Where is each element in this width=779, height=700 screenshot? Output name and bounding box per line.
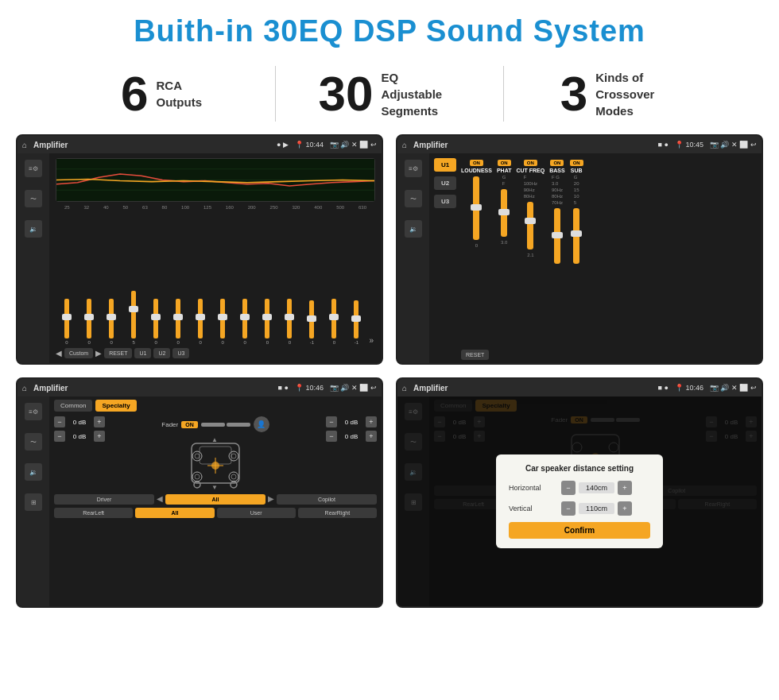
screen3-topbar: ⌂ Amplifier ■ ● 📍 10:46 📷 🔊 ✕ ⬜ ↩ (17, 379, 382, 396)
screen-fader-dialog: ⌂ Amplifier ■ ● 📍 10:46 📷 🔊 ✕ ⬜ ↩ ≡⚙ 〜 🔉… (396, 377, 763, 608)
wave3-icon[interactable]: 〜 (25, 433, 42, 451)
common-tab[interactable]: Common (54, 400, 92, 412)
screen-eq: ⌂ Amplifier ● ▶ 📍 10:44 📷 🔊 ✕ ⬜ ↩ ≡⚙ 〜 🔉 (16, 134, 383, 365)
cutfreq-on[interactable]: ON (524, 160, 537, 166)
db-val-r0: 0 dB (340, 419, 362, 426)
db-val-0: 0 dB (68, 419, 91, 426)
stat-rca-text: RCAOutputs (156, 77, 202, 110)
fader-on-toggle[interactable]: ON (181, 421, 198, 428)
home2-icon[interactable]: ⌂ (402, 141, 407, 149)
db-plus-1[interactable]: + (94, 431, 105, 442)
all2-btn[interactable]: All (135, 508, 214, 518)
stat-eq-text: EQ AdjustableSegments (381, 69, 460, 119)
screen1-title: Amplifier (33, 141, 270, 149)
home-icon[interactable]: ⌂ (22, 141, 27, 149)
preset-u3-btn[interactable]: U3 (434, 195, 456, 208)
eq-reset-btn[interactable]: RESET (104, 348, 132, 358)
eq-slider-8: 0 (235, 212, 254, 345)
db-minus-r0[interactable]: − (326, 416, 337, 427)
db-minus-1[interactable]: − (54, 431, 65, 442)
svg-point-10 (229, 451, 238, 461)
eq-slider-4: 0 (146, 212, 165, 345)
right-db-controls: − 0 dB + − 0 dB + (326, 416, 377, 442)
bass-vals: F G 3.0 90Hz 80Hz 70Hz (552, 175, 563, 205)
wave2-icon[interactable]: 〜 (405, 190, 422, 207)
copilot-btn[interactable]: Copilot (277, 494, 377, 505)
eq-u2-btn[interactable]: U2 (153, 348, 170, 358)
phat-on[interactable]: ON (498, 160, 511, 166)
db-plus-r0[interactable]: + (366, 416, 377, 427)
driver-btn[interactable]: Driver (54, 494, 154, 505)
sub-on[interactable]: ON (570, 160, 583, 166)
eq-slider-13: -1 (347, 212, 366, 345)
confirm-button[interactable]: Confirm (509, 522, 650, 539)
horizontal-plus-btn[interactable]: + (618, 481, 632, 495)
fader-label: Fader (161, 421, 178, 428)
user-btn[interactable]: User (217, 508, 296, 518)
speaker-icon[interactable]: 🔉 (25, 220, 42, 238)
screen4-title: Amplifier (413, 384, 652, 393)
preset-u1-btn[interactable]: U1 (434, 158, 456, 172)
eq-custom-btn[interactable]: Custom (64, 348, 93, 358)
sub-label: SUB (571, 168, 583, 173)
eq-prev-icon[interactable]: ◀ (56, 349, 62, 358)
eq-u3-btn[interactable]: U3 (172, 348, 189, 358)
loudness-on[interactable]: ON (470, 160, 483, 166)
fader-bottom-buttons: Driver ◀ All ▶ Copilot (54, 494, 377, 505)
db-val-1: 0 dB (68, 433, 91, 440)
db-plus-r1[interactable]: + (366, 431, 377, 442)
eq-slider-11: -1 (302, 212, 321, 345)
speaker2-icon[interactable]: 🔉 (405, 220, 422, 238)
db-minus-0[interactable]: − (54, 416, 65, 427)
bass-on[interactable]: ON (550, 160, 564, 166)
rearleft-btn[interactable]: RearLeft (54, 508, 133, 518)
speaker3-icon[interactable]: 🔉 (25, 463, 42, 481)
wave-icon[interactable]: 〜 (25, 190, 42, 207)
cutfreq-label: CUT FREQ (516, 168, 545, 173)
sub-vals: G 20 15 10 5 (574, 175, 579, 205)
expand-icon[interactable]: » (369, 336, 374, 345)
eq-icon[interactable]: ≡⚙ (25, 160, 42, 177)
fader-main-area: Common Specialty − 0 dB + − 0 dB (49, 396, 382, 606)
eq3-icon[interactable]: ≡⚙ (25, 403, 42, 420)
svg-point-7 (231, 481, 237, 488)
vertical-value: 110cm (579, 503, 614, 514)
db-val-r1: 0 dB (340, 433, 362, 440)
horizontal-row: Horizontal − 140cm + (509, 481, 650, 495)
fader-control-row: Fader ON 👤 (161, 416, 269, 432)
screen1-sidebar: ≡⚙ 〜 🔉 (17, 153, 49, 363)
vertical-minus-btn[interactable]: − (561, 501, 576, 516)
layout3-icon[interactable]: ⊞ (25, 493, 42, 511)
db-minus-r1[interactable]: − (326, 431, 337, 442)
dialog-title: Car speaker distance setting (509, 464, 650, 473)
eq2-icon[interactable]: ≡⚙ (405, 160, 422, 177)
vertical-plus-btn[interactable]: + (618, 501, 632, 516)
dot3-icon: ■ ● (278, 384, 289, 392)
home3-icon[interactable]: ⌂ (22, 384, 27, 393)
rearright-btn[interactable]: RearRight (298, 508, 377, 518)
channel-bass: ON BASS F G 3.0 90Hz 80Hz 70Hz (549, 160, 564, 265)
bass-label: BASS (549, 168, 564, 173)
vertical-label: Vertical (509, 505, 556, 512)
stat-rca-number: 6 (121, 69, 148, 118)
fader-icon[interactable]: 👤 (254, 416, 269, 432)
crossover-reset-btn[interactable]: RESET (461, 350, 489, 360)
screen4-icons: 📷 🔊 ✕ ⬜ ↩ (710, 384, 757, 392)
home4-icon[interactable]: ⌂ (402, 384, 407, 393)
left-db-controls: − 0 dB + − 0 dB + (54, 416, 105, 442)
specialty-tab[interactable]: Specialty (95, 400, 136, 412)
stat-eq-number: 30 (319, 69, 374, 118)
svg-point-13 (195, 474, 200, 479)
eq-slider-3: 5 (124, 212, 143, 345)
preset-u2-btn[interactable]: U2 (434, 176, 456, 190)
horizontal-minus-btn[interactable]: − (561, 481, 576, 495)
screen3-icons: 📷 🔊 ✕ ⬜ ↩ (330, 384, 377, 392)
all-btn[interactable]: All (165, 494, 265, 505)
db-plus-0[interactable]: + (94, 416, 105, 427)
eq-u1-btn[interactable]: U1 (134, 348, 151, 358)
car-svg: ▲ ▼ (180, 435, 251, 491)
stat-crossover-text: Kinds ofCrossover Modes (595, 69, 675, 119)
eq-play-icon[interactable]: ▶ (95, 349, 102, 358)
db-row-0: − 0 dB + (54, 416, 105, 427)
eq-slider-6: 0 (191, 212, 210, 345)
